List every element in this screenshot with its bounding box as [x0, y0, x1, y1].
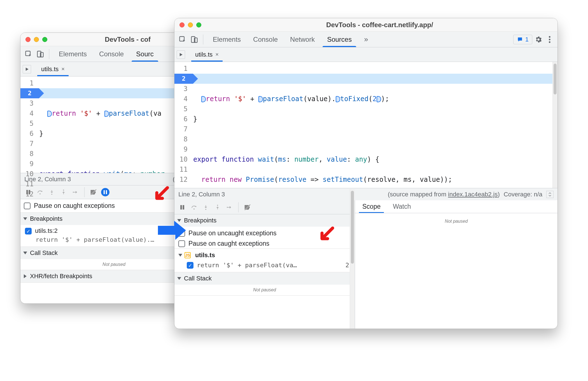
tab-scope[interactable]: Scope [357, 200, 386, 213]
svg-point-8 [73, 192, 74, 193]
issues-count: 1 [525, 36, 529, 43]
breakpoint-file-row[interactable]: JS utils.ts [178, 252, 351, 259]
chevron-down-icon [178, 254, 182, 257]
mapped-file-link[interactable]: index.1ac4eab2.js [448, 191, 498, 198]
deactivate-breakpoints-icon[interactable] [242, 202, 253, 212]
svg-rect-17 [181, 205, 182, 209]
svg-point-16 [549, 41, 550, 43]
svg-point-22 [227, 207, 228, 208]
window-controls[interactable] [25, 37, 47, 42]
window-controls[interactable] [179, 22, 201, 27]
pause-caught-label: Pause on caught exceptions [34, 202, 115, 210]
code-editor[interactable]: 2 123456789101112 export function curren… [174, 62, 557, 188]
maximize-icon[interactable] [196, 22, 201, 27]
step-icon[interactable] [70, 187, 80, 197]
svg-point-20 [205, 209, 206, 210]
step-into-icon[interactable] [47, 187, 57, 197]
device-icon[interactable] [189, 34, 200, 45]
pause-uncaught-label: Pause on uncaught exceptions [188, 229, 277, 237]
scope-watch-tabs: Scope Watch [355, 200, 557, 213]
maximize-icon[interactable] [42, 37, 47, 42]
step-marker-icon [258, 96, 263, 102]
show-navigator-icon[interactable] [23, 65, 31, 73]
call-stack-header[interactable]: Call Stack [174, 272, 355, 285]
step-out-icon[interactable] [213, 202, 223, 212]
source-map-info: (source mapped from index.1ac4eab2.js) [388, 191, 500, 198]
minimize-icon[interactable] [34, 37, 39, 42]
scrollbar[interactable] [552, 62, 557, 188]
pause-caught-checkbox[interactable] [178, 240, 185, 247]
editor-status: Line 2, Column 3 (source mapped from ind… [174, 188, 557, 200]
expand-icon[interactable] [546, 191, 554, 198]
breakpoint-title[interactable]: utils.ts:2 [35, 227, 58, 234]
step-marker-icon [201, 96, 206, 102]
window-title: DevTools - coffee-cart.netlify.app/ [207, 21, 552, 29]
pause-on-exceptions-icon[interactable] [100, 187, 110, 197]
tab-watch[interactable]: Watch [388, 200, 416, 213]
breakpoint-preview: return '$' + parseFloat(va… [197, 262, 346, 269]
tab-sources[interactable]: Sourc [130, 46, 160, 62]
tab-elements[interactable]: Elements [53, 46, 93, 62]
svg-point-5 [39, 193, 41, 194]
tab-console[interactable]: Console [93, 46, 130, 62]
step-into-icon[interactable] [201, 202, 211, 212]
breakpoint-marker[interactable]: 2 [20, 88, 39, 98]
svg-point-6 [51, 194, 52, 195]
close-icon[interactable] [179, 22, 185, 27]
file-tabstrip: utils.ts × [174, 47, 557, 62]
minimize-icon[interactable] [188, 22, 193, 27]
step-marker-icon [377, 96, 381, 102]
close-icon[interactable]: × [215, 51, 219, 58]
not-paused-label: Not paused [174, 285, 355, 295]
svg-point-15 [549, 39, 550, 40]
inspect-icon[interactable] [23, 49, 34, 59]
more-tabs-icon[interactable]: » [358, 32, 374, 47]
close-icon[interactable]: × [61, 66, 65, 72]
pause-caught-checkbox[interactable] [24, 203, 31, 209]
tab-elements[interactable]: Elements [207, 32, 247, 47]
chevron-down-icon [177, 219, 181, 222]
svg-point-14 [549, 36, 550, 38]
file-tab-utils[interactable]: utils.ts × [191, 47, 223, 62]
breakpoint-marker[interactable]: 2 [174, 74, 193, 84]
inspect-icon[interactable] [177, 34, 188, 45]
svg-point-21 [217, 205, 218, 206]
step-icon[interactable] [224, 202, 234, 212]
show-navigator-icon[interactable] [177, 50, 185, 59]
deactivate-breakpoints-icon[interactable] [88, 187, 99, 197]
debugger-panels: Breakpoints Pause on uncaught exceptions… [174, 200, 557, 329]
chevron-down-icon [23, 252, 27, 254]
breakpoint-checkbox[interactable] [25, 228, 32, 234]
close-icon[interactable] [25, 37, 31, 42]
svg-rect-18 [183, 205, 184, 209]
separator [203, 34, 203, 45]
breakpoints-section: Breakpoints Pause on uncaught exceptions… [174, 214, 355, 272]
js-file-icon: JS [185, 252, 191, 258]
step-marker-icon [104, 111, 109, 117]
tab-network[interactable]: Network [284, 32, 321, 47]
breakpoints-header[interactable]: Breakpoints [174, 214, 355, 227]
tab-sources[interactable]: Sources [321, 32, 358, 47]
more-icon[interactable] [545, 34, 555, 45]
pause-caught-label: Pause on caught exceptions [188, 240, 269, 247]
step-out-icon[interactable] [59, 187, 69, 197]
svg-point-7 [63, 190, 64, 191]
breakpoint-checkbox[interactable] [187, 262, 193, 269]
tab-console[interactable]: Console [247, 32, 284, 47]
step-over-icon[interactable] [189, 202, 199, 212]
pause-icon[interactable] [177, 202, 187, 212]
step-marker-icon [47, 111, 52, 117]
device-icon[interactable] [35, 49, 46, 59]
scrollbar[interactable] [350, 189, 355, 329]
breakpoint-file: utils.ts [195, 252, 215, 259]
file-tab-utils[interactable]: utils.ts × [37, 62, 69, 76]
chevron-down-icon [177, 277, 181, 280]
separator [49, 49, 49, 59]
step-over-icon[interactable] [35, 187, 45, 197]
issues-button[interactable]: 1 [513, 35, 532, 44]
titlebar[interactable]: DevTools - coffee-cart.netlify.app/ [174, 18, 557, 32]
chevron-down-icon [23, 217, 27, 220]
settings-icon[interactable] [533, 34, 543, 45]
devtools-toolbar: Elements Console Network Sources » 1 [174, 32, 557, 47]
pause-uncaught-checkbox[interactable] [178, 230, 185, 237]
